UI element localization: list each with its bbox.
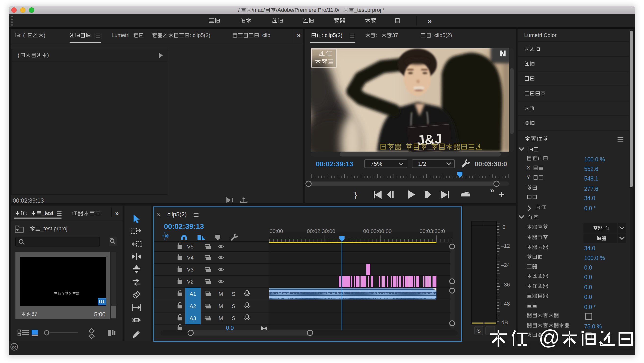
svg-text:552.6: 552.6 xyxy=(584,166,598,172)
svg-text:0.0 °: 0.0 ° xyxy=(584,304,596,310)
svg-text:–12: –12 xyxy=(501,243,510,249)
svg-text:»: » xyxy=(428,17,432,25)
svg-text:A1: A1 xyxy=(190,291,196,297)
svg-text:_test: _test xyxy=(42,210,54,216)
svg-text:0.0: 0.0 xyxy=(584,284,592,290)
svg-text:0.0: 0.0 xyxy=(584,264,592,271)
svg-text:}: } xyxy=(353,191,358,200)
svg-text:dB: dB xyxy=(502,319,508,325)
svg-text:cc: cc xyxy=(12,345,17,349)
svg-text:00:03:30:0: 00:03:30:0 xyxy=(475,160,507,168)
svg-text:»: » xyxy=(297,31,300,39)
svg-text:75%: 75% xyxy=(370,160,382,167)
svg-text:V5: V5 xyxy=(187,244,194,250)
svg-text:0.0: 0.0 xyxy=(584,294,592,300)
svg-text:: clip5(2): : clip5(2) xyxy=(190,32,210,38)
svg-text:00:02:30:00: 00:02:30:00 xyxy=(307,228,335,234)
svg-text:J&J: J&J xyxy=(416,131,443,148)
svg-text:M: M xyxy=(218,303,223,309)
svg-text:37: 37 xyxy=(31,311,37,317)
svg-text:): ) xyxy=(47,52,49,58)
svg-text:: (: : ( xyxy=(20,32,25,38)
svg-text:–48: –48 xyxy=(501,301,510,307)
svg-text:S: S xyxy=(477,328,481,334)
svg-text:0.0: 0.0 xyxy=(584,274,592,280)
svg-text:100.0 %: 100.0 % xyxy=(584,156,605,163)
svg-text:0.0 °: 0.0 ° xyxy=(584,205,596,211)
svg-text:/Adobe/Premiere Pro/11.0/: /Adobe/Premiere Pro/11.0/ xyxy=(276,7,340,13)
svg-text:S: S xyxy=(232,291,236,297)
svg-text:: clip5(2): : clip5(2) xyxy=(431,32,452,38)
svg-text:00:02:39:13: 00:02:39:13 xyxy=(316,160,353,168)
svg-text::: : xyxy=(26,210,27,216)
svg-text:-: - xyxy=(603,225,604,231)
svg-text:00:02:39:13: 00:02:39:13 xyxy=(164,222,204,230)
svg-text:: clip5(2): : clip5(2) xyxy=(322,32,342,38)
svg-text:37: 37 xyxy=(392,32,398,38)
svg-text:5:00: 5:00 xyxy=(94,311,106,318)
svg-text:_test.prproj: _test.prproj xyxy=(40,225,68,232)
svg-text:_test.prproj *: _test.prproj * xyxy=(354,7,385,13)
svg-text:Y: Y xyxy=(526,174,530,180)
svg-text:V4: V4 xyxy=(187,255,194,261)
svg-text:×: × xyxy=(157,211,160,218)
svg-text:/mac/: /mac/ xyxy=(252,7,265,13)
svg-text:00:02:39:13: 00:02:39:13 xyxy=(13,197,44,204)
svg-text:A3: A3 xyxy=(190,315,196,321)
svg-text:S: S xyxy=(232,303,236,309)
svg-text:»: » xyxy=(490,186,494,194)
svg-text:1/2: 1/2 xyxy=(418,160,426,167)
svg-text:M: M xyxy=(218,291,223,297)
svg-text:100.0 %: 100.0 % xyxy=(584,255,605,261)
svg-text:00:00: 00:00 xyxy=(270,228,283,234)
svg-text:00:03:00:00: 00:03:00:00 xyxy=(363,228,392,234)
svg-text:V3: V3 xyxy=(187,267,194,273)
svg-text:Lumetri Color: Lumetri Color xyxy=(524,32,556,38)
svg-text:–36: –36 xyxy=(501,282,510,288)
svg-text:34.0: 34.0 xyxy=(584,245,595,251)
svg-text:M: M xyxy=(218,315,223,321)
svg-text:(: ( xyxy=(18,52,20,58)
svg-text:: clip: : clip xyxy=(259,32,270,38)
svg-text:277.6: 277.6 xyxy=(584,186,598,192)
svg-text:»: » xyxy=(115,209,118,217)
svg-text:/: / xyxy=(238,7,240,13)
svg-text::: : xyxy=(376,32,378,38)
svg-text:–24: –24 xyxy=(501,262,510,268)
svg-text:@: @ xyxy=(539,325,560,349)
svg-text:Lumetri: Lumetri xyxy=(112,32,130,38)
svg-text:0: 0 xyxy=(502,224,505,230)
svg-text:34.0: 34.0 xyxy=(584,195,595,201)
svg-text:75.0 %: 75.0 % xyxy=(584,323,602,330)
svg-text:clip5(2): clip5(2) xyxy=(167,211,187,218)
svg-text:548.1: 548.1 xyxy=(584,175,598,182)
svg-text:A2: A2 xyxy=(190,303,196,309)
svg-text:X: X xyxy=(526,165,530,171)
svg-text:S: S xyxy=(232,315,236,321)
svg-text:00:03:30:0: 00:03:30:0 xyxy=(420,228,445,234)
svg-text:0.0: 0.0 xyxy=(226,325,234,331)
svg-text:V2: V2 xyxy=(187,279,194,285)
svg-text:): ) xyxy=(44,32,45,38)
